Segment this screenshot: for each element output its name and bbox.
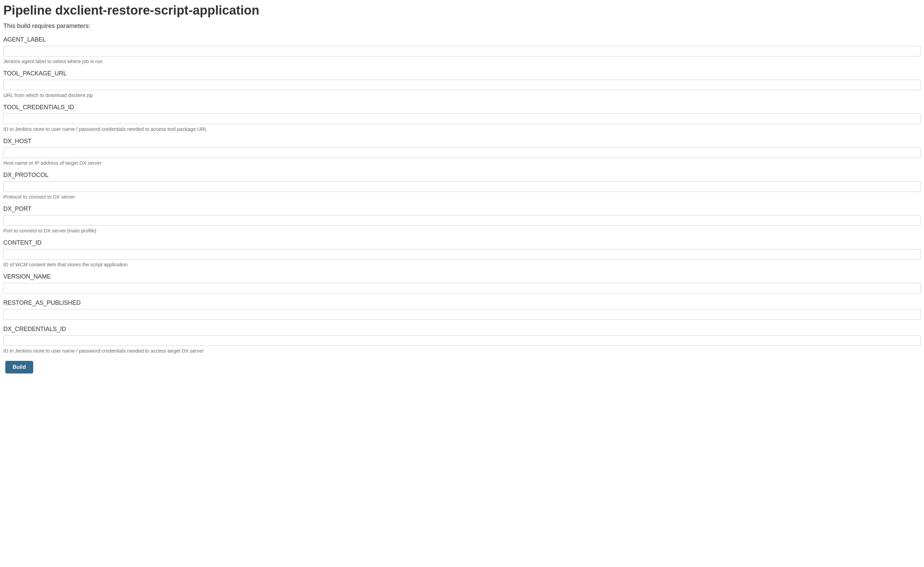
content-id-input[interactable] <box>3 249 921 260</box>
param-dx-protocol: DX_PROTOCOL Protocol to connect to DX se… <box>3 172 921 200</box>
dx-host-input[interactable] <box>3 147 921 158</box>
dx-credentials-id-input[interactable] <box>3 335 921 346</box>
param-dx-host: DX_HOST Host name or IP address of targe… <box>3 138 921 166</box>
param-agent-label: AGENT_LABEL Jenkins agent label to selec… <box>3 36 921 64</box>
page-subtitle: This build requires parameters: <box>3 22 921 30</box>
param-label-restore-as-published: RESTORE_AS_PUBLISHED <box>3 299 921 306</box>
param-label-dx-credentials-id: DX_CREDENTIALS_ID <box>3 326 921 333</box>
param-tool-package-url: TOOL_PACKAGE_URL URL from which to downl… <box>3 70 921 98</box>
tool-credentials-id-input[interactable] <box>3 114 921 124</box>
tool-package-url-input[interactable] <box>3 80 921 90</box>
param-version-name: VERSION_NAME <box>3 273 921 294</box>
param-help-agent-label: Jenkins agent label to select where job … <box>3 58 921 64</box>
param-dx-credentials-id: DX_CREDENTIALS_ID ID in Jenkins store to… <box>3 326 921 354</box>
param-help-dx-host: Host name or IP address of target DX ser… <box>3 160 921 166</box>
param-label-tool-credentials-id: TOOL_CREDENTIALS_ID <box>3 104 921 111</box>
page-title: Pipeline dxclient-restore-script-applica… <box>3 3 921 18</box>
dx-protocol-input[interactable] <box>3 181 921 192</box>
param-label-tool-package-url: TOOL_PACKAGE_URL <box>3 70 921 77</box>
param-label-dx-protocol: DX_PROTOCOL <box>3 172 921 178</box>
dx-port-input[interactable] <box>3 215 921 226</box>
param-help-dx-credentials-id: ID in Jenkins store to user name / passw… <box>3 348 921 354</box>
build-button[interactable]: Build <box>5 361 33 374</box>
param-help-dx-port: Port to connect to DX server (main profi… <box>3 228 921 233</box>
param-label-dx-host: DX_HOST <box>3 138 921 145</box>
param-help-tool-credentials-id: ID in Jenkins store to user name / passw… <box>3 126 921 132</box>
param-label-dx-port: DX_PORT <box>3 206 921 213</box>
param-label-content-id: CONTENT_ID <box>3 239 921 246</box>
version-name-input[interactable] <box>3 283 921 294</box>
param-content-id: CONTENT_ID ID of WCM content item that s… <box>3 239 921 267</box>
agent-label-input[interactable] <box>3 46 921 56</box>
param-help-dx-protocol: Protocol to connect to DX server <box>3 194 921 200</box>
param-label-agent-label: AGENT_LABEL <box>3 36 921 43</box>
param-restore-as-published: RESTORE_AS_PUBLISHED <box>3 299 921 320</box>
param-dx-port: DX_PORT Port to connect to DX server (ma… <box>3 206 921 233</box>
param-help-content-id: ID of WCM content item that stores the s… <box>3 262 921 267</box>
param-label-version-name: VERSION_NAME <box>3 273 921 280</box>
param-tool-credentials-id: TOOL_CREDENTIALS_ID ID in Jenkins store … <box>3 104 921 132</box>
restore-as-published-input[interactable] <box>3 309 921 320</box>
param-help-tool-package-url: URL from which to download dxclient zip <box>3 92 921 98</box>
